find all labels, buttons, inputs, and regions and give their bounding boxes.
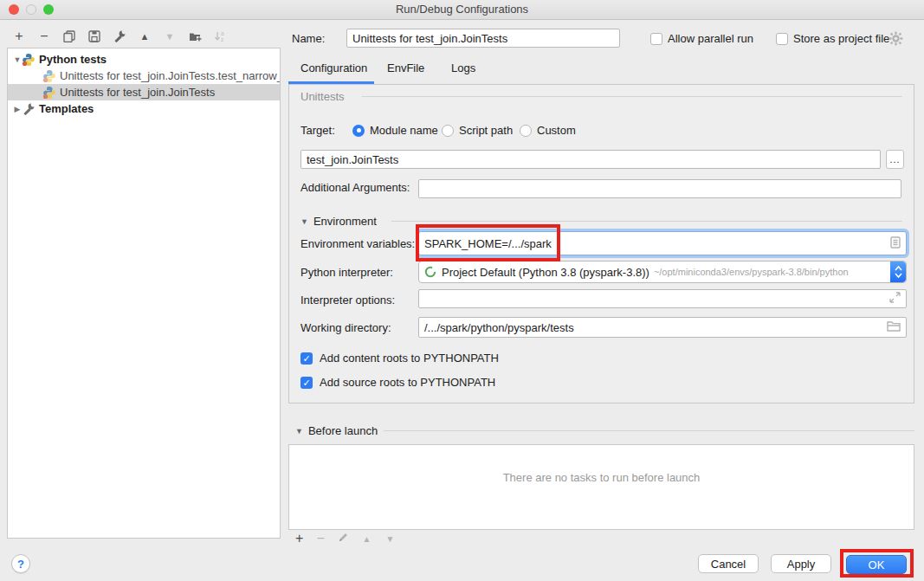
python-interpreter-label: Python interpreter: (300, 266, 393, 279)
chevron-down-icon[interactable]: ▼ (300, 217, 308, 226)
working-directory-input[interactable]: /.../spark/python/pyspark/tests (418, 317, 907, 338)
ok-label: OK (869, 558, 885, 571)
unittest-icon (42, 69, 56, 83)
environment-variables-input[interactable]: SPARK_HOME=/.../spark (418, 231, 907, 255)
templates-wrench-icon (22, 102, 36, 116)
tab-configuration[interactable]: Configuration (300, 61, 367, 74)
remove-task-icon[interactable]: − (314, 531, 326, 546)
add-content-roots-label: Add content roots to PYTHONPATH (320, 352, 499, 365)
name-label: Name: (292, 29, 325, 48)
add-source-roots-checkbox[interactable]: ✓ Add source roots to PYTHONPATH (300, 376, 495, 389)
group-divider (362, 96, 902, 97)
tree-node-python-tests[interactable]: ▼ Python tests (8, 51, 280, 68)
allow-parallel-run-checkbox[interactable]: Allow parallel run (650, 32, 753, 45)
group-divider (384, 430, 914, 431)
tree-node-label: Python tests (39, 53, 107, 66)
svg-text:z: z (221, 36, 223, 42)
chevron-down-icon[interactable]: ▼ (295, 427, 303, 436)
configurations-toolbar: + − ▲ ▼ az (12, 27, 227, 46)
name-input[interactable]: Unittests for test_join.JoinTests (346, 29, 620, 48)
tree-node-label: Templates (39, 102, 94, 115)
radio-module-name[interactable]: Module name (352, 124, 438, 137)
python-interpreter-value: Project Default (Python 3.8 (pyspark-3.8… (442, 266, 649, 279)
radio-module-name-label: Module name (370, 124, 438, 137)
move-task-down-icon[interactable]: ▼ (384, 534, 396, 544)
help-button[interactable]: ? (11, 554, 30, 573)
cancel-label: Cancel (711, 558, 746, 571)
sort-configurations-icon[interactable]: az (213, 29, 227, 43)
unittests-group-title: Unittests (300, 90, 345, 103)
new-folder-icon[interactable] (188, 29, 202, 43)
chevron-down-icon[interactable]: ▼ (13, 55, 22, 64)
add-task-icon[interactable]: + (295, 531, 303, 546)
unittest-icon (42, 86, 56, 100)
chevron-right-icon[interactable]: ▶ (13, 105, 22, 113)
cancel-button[interactable]: Cancel (698, 554, 759, 573)
add-content-roots-checkbox[interactable]: ✓ Add content roots to PYTHONPATH (300, 352, 499, 365)
working-directory-label: Working directory: (300, 321, 391, 334)
group-divider (391, 221, 902, 222)
select-stepper-icon[interactable] (890, 261, 906, 282)
tree-node-templates[interactable]: ▶ Templates (8, 100, 280, 117)
move-up-icon[interactable]: ▲ (138, 29, 152, 43)
checkbox-unchecked-icon[interactable] (776, 33, 788, 45)
radio-selected-icon[interactable] (352, 125, 365, 137)
python-interpreter-select[interactable]: Project Default (Python 3.8 (pyspark-3.8… (418, 261, 907, 283)
additional-arguments-input[interactable] (418, 179, 901, 198)
ok-button[interactable]: OK (846, 555, 907, 574)
radio-custom-label: Custom (537, 124, 576, 137)
add-configuration-icon[interactable]: + (12, 29, 26, 43)
checkbox-unchecked-icon[interactable] (650, 33, 662, 45)
store-as-project-file-label: Store as project file (793, 32, 889, 45)
tab-envfile[interactable]: EnvFile (387, 61, 424, 74)
checkbox-checked-icon[interactable]: ✓ (300, 377, 313, 389)
radio-script-path[interactable]: Script path (442, 124, 513, 137)
radio-unselected-icon[interactable] (442, 125, 454, 137)
apply-button[interactable]: Apply (771, 554, 831, 573)
browse-module-button[interactable]: ... (886, 150, 904, 169)
python-tests-icon (22, 53, 36, 67)
additional-arguments-label: Additional Arguments: (300, 181, 410, 194)
tree-node-label: Unittests for test_join.JoinTests (60, 86, 215, 99)
tree-node-jointests-selected[interactable]: Unittests for test_join.JoinTests (8, 84, 280, 100)
interpreter-options-input[interactable] (418, 289, 907, 308)
configurations-tree: ▼ Python tests Unittests for test_join.J… (7, 48, 281, 539)
expand-field-icon[interactable] (889, 292, 901, 306)
radio-unselected-icon[interactable] (520, 125, 532, 137)
interpreter-options-label: Interpreter options: (300, 294, 395, 307)
environment-variables-value: SPARK_HOME=/.../spark (424, 237, 552, 250)
apply-label: Apply (787, 558, 816, 571)
edit-task-icon[interactable] (338, 532, 349, 545)
move-task-up-icon[interactable]: ▲ (360, 534, 372, 544)
allow-parallel-run-label: Allow parallel run (668, 32, 753, 45)
tree-node-test-narrow[interactable]: Unittests for test_join.JoinTests.test_n… (8, 68, 280, 84)
checkbox-checked-icon[interactable]: ✓ (300, 352, 313, 365)
radio-custom[interactable]: Custom (520, 124, 576, 137)
radio-script-path-label: Script path (459, 124, 513, 137)
store-as-project-file-checkbox[interactable]: Store as project file (776, 32, 889, 45)
environment-section-toggle[interactable]: ▼ Environment (300, 215, 377, 228)
before-launch-toggle[interactable]: ▼ Before launch (295, 424, 378, 437)
remove-configuration-icon[interactable]: − (37, 29, 51, 43)
working-directory-value: /.../spark/python/pyspark/tests (424, 321, 574, 334)
before-launch-toolbar: + − ▲ ▼ (295, 531, 396, 546)
tree-node-label: Unittests for test_join.JoinTests.test_n… (60, 69, 281, 82)
copy-configuration-icon[interactable] (62, 29, 76, 43)
environment-section-title: Environment (313, 215, 377, 228)
environment-variables-label: Environment variables: (300, 237, 415, 250)
edit-templates-icon[interactable] (113, 29, 126, 43)
before-launch-task-list[interactable]: There are no tasks to run before launch (288, 444, 914, 530)
name-value: Unittests for test_join.JoinTests (352, 32, 507, 45)
target-module-input[interactable]: test_join.JoinTests (300, 150, 881, 169)
browse-module-label: ... (889, 154, 900, 165)
conda-env-icon (424, 266, 436, 278)
move-down-icon[interactable]: ▼ (163, 29, 177, 43)
before-launch-empty-text: There are no tasks to run before launch (503, 471, 701, 484)
store-settings-gear-icon[interactable] (888, 31, 903, 48)
save-configuration-icon[interactable] (87, 29, 101, 43)
help-label: ? (17, 558, 24, 571)
tab-logs[interactable]: Logs (451, 61, 475, 74)
browse-folder-icon[interactable] (887, 320, 901, 334)
edit-env-vars-icon[interactable] (890, 236, 901, 251)
python-interpreter-path: ~/opt/miniconda3/envs/pyspark-3.8/bin/py… (654, 267, 849, 277)
